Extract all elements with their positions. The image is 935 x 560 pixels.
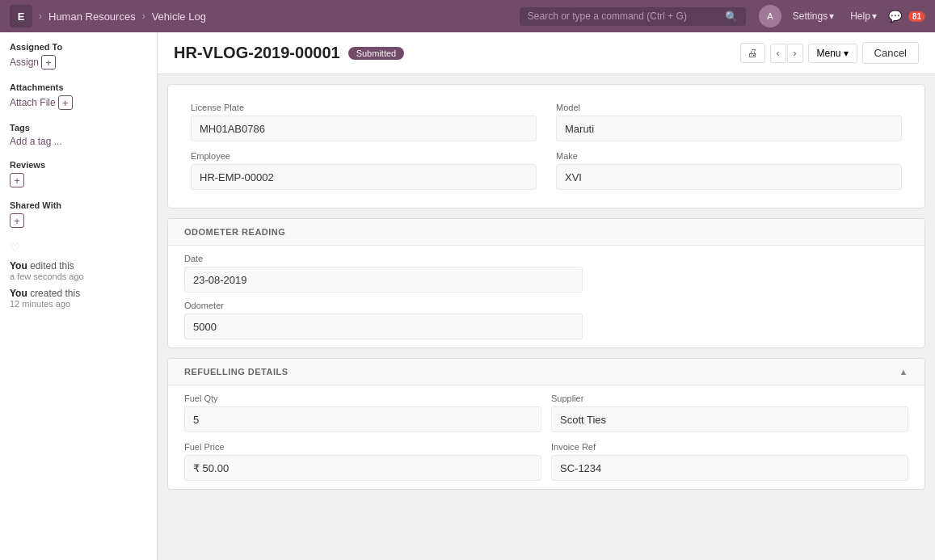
collapse-icon[interactable]: ▲ <box>899 367 908 377</box>
nav-actions: A Settings ▾ Help ▾ 💬 81 <box>759 5 925 27</box>
menu-button[interactable]: Menu ▾ <box>808 44 857 63</box>
date-value: 23-08-2019 <box>184 267 583 293</box>
sidebar-shared-with: Shared With + <box>10 200 147 228</box>
record-title-group: HR-VLOG-2019-00001 Submitted <box>174 44 404 62</box>
license-plate-group: License Plate MH01AB0786 <box>181 98 546 146</box>
search-bar: 🔍 <box>520 7 746 26</box>
odometer-section-header: ODOMETER READING <box>168 219 924 246</box>
main-content: HR-VLOG-2019-00001 Submitted 🖨 ‹ › Menu … <box>158 32 935 560</box>
assigned-to-title: Assigned To <box>10 42 147 52</box>
sidebar-tags: Tags Add a tag ... <box>10 123 147 147</box>
odometer-section-title: ODOMETER READING <box>184 227 285 237</box>
odometer-fields: Date 23-08-2019 Odometer 5000 <box>168 246 924 347</box>
vehicle-info-grid: License Plate MH01AB0786 Model Maruti Em… <box>168 85 924 208</box>
make-value: XVI <box>556 164 902 190</box>
date-label: Date <box>184 254 908 263</box>
fuel-price-group: Fuel Price ₹ 50.00 <box>184 442 541 481</box>
model-group: Model Maruti <box>546 98 912 146</box>
sidebar-assigned-to: Assigned To Assign + <box>10 42 147 69</box>
make-label: Make <box>556 151 902 161</box>
supplier-value: Scott Ties <box>551 406 908 432</box>
fuel-qty-group: Fuel Qty 5 <box>184 394 541 432</box>
invoice-ref-group: Invoice Ref SC-1234 <box>551 442 908 481</box>
add-tag-button[interactable]: Add a tag ... <box>10 136 147 147</box>
record-id: HR-VLOG-2019-00001 <box>174 44 340 62</box>
breadcrumb-vehicle-log[interactable]: Vehicle Log <box>152 11 206 23</box>
help-button[interactable]: Help ▾ <box>845 7 882 25</box>
license-plate-value: MH01AB0786 <box>191 116 537 141</box>
model-value: Maruti <box>556 116 902 141</box>
settings-button[interactable]: Settings ▾ <box>788 7 839 25</box>
tags-title: Tags <box>10 123 147 133</box>
add-review-button[interactable]: + <box>10 173 24 187</box>
breadcrumb-sep-2: › <box>142 11 145 22</box>
activity-time-1: 12 minutes ago <box>10 299 147 309</box>
date-group: Date 23-08-2019 <box>184 254 908 293</box>
activity-item-0: You edited this a few seconds ago <box>10 260 147 281</box>
shared-with-title: Shared With <box>10 200 147 210</box>
activity-section: ♡ You edited this a few seconds ago You … <box>10 241 147 309</box>
breadcrumb-human-resources[interactable]: Human Resources <box>48 11 136 23</box>
record-header: HR-VLOG-2019-00001 Submitted 🖨 ‹ › Menu … <box>158 32 935 74</box>
refuelling-card: REFUELLING DETAILS ▲ Fuel Qty 5 Supplier… <box>167 358 925 490</box>
attach-plus-icon[interactable]: + <box>58 95 73 110</box>
model-label: Model <box>556 103 902 112</box>
activity-actor-1: You <box>10 288 27 299</box>
next-record-button[interactable]: › <box>787 44 803 63</box>
assign-button[interactable]: Assign + <box>10 55 147 69</box>
breadcrumb-sep-1: › <box>39 11 42 22</box>
fuel-qty-value: 5 <box>184 406 541 432</box>
fuel-qty-label: Fuel Qty <box>184 394 541 403</box>
odometer-value: 5000 <box>184 314 583 339</box>
content-wrapper: Assigned To Assign + Attachments Attach … <box>0 32 935 560</box>
employee-group: Employee HR-EMP-00002 <box>181 146 546 195</box>
employee-label: Employee <box>191 151 537 161</box>
notification-badge[interactable]: 81 <box>908 11 925 22</box>
attachments-title: Attachments <box>10 82 147 92</box>
assign-plus-icon[interactable]: + <box>41 55 56 69</box>
record-actions: 🖨 ‹ › Menu ▾ Cancel <box>740 42 920 64</box>
refuelling-section-title: REFUELLING DETAILS <box>184 367 289 377</box>
odometer-group: Odometer 5000 <box>184 301 908 339</box>
search-input[interactable] <box>528 11 720 22</box>
activity-item-1: You created this 12 minutes ago <box>10 288 147 309</box>
sidebar: Assigned To Assign + Attachments Attach … <box>0 32 158 560</box>
invoice-ref-value: SC-1234 <box>551 455 908 481</box>
add-shared-button[interactable]: + <box>10 213 24 228</box>
invoice-ref-label: Invoice Ref <box>551 442 908 452</box>
license-plate-label: License Plate <box>191 103 537 112</box>
sidebar-reviews: Reviews + <box>10 160 147 187</box>
chat-icon[interactable]: 💬 <box>888 10 902 23</box>
search-icon: 🔍 <box>725 11 738 23</box>
app-icon[interactable]: E <box>10 5 32 27</box>
attach-file-button[interactable]: Attach File + <box>10 95 147 110</box>
odometer-card: ODOMETER READING Date 23-08-2019 Odomete… <box>167 218 925 348</box>
supplier-group: Supplier Scott Ties <box>551 394 908 432</box>
sidebar-attachments: Attachments Attach File + <box>10 82 147 110</box>
cancel-button[interactable]: Cancel <box>862 42 919 64</box>
make-group: Make XVI <box>546 146 912 195</box>
refuelling-section-header: REFUELLING DETAILS ▲ <box>168 359 924 385</box>
activity-time-0: a few seconds ago <box>10 272 147 281</box>
fuel-price-value: ₹ 50.00 <box>184 455 541 481</box>
nav-arrows: ‹ › <box>770 44 803 63</box>
odometer-label: Odometer <box>184 301 908 310</box>
prev-record-button[interactable]: ‹ <box>770 44 786 63</box>
refuelling-fields: Fuel Qty 5 Supplier Scott Ties Fuel Pric… <box>168 385 924 489</box>
status-badge: Submitted <box>348 47 405 60</box>
avatar-button[interactable]: A <box>759 5 781 27</box>
heart-icon[interactable]: ♡ <box>10 241 147 254</box>
fuel-price-label: Fuel Price <box>184 442 541 452</box>
print-button[interactable]: 🖨 <box>740 43 765 63</box>
vehicle-info-card: License Plate MH01AB0786 Model Maruti Em… <box>167 84 925 208</box>
top-navigation: E › Human Resources › Vehicle Log 🔍 A Se… <box>0 0 935 32</box>
reviews-title: Reviews <box>10 160 147 170</box>
employee-value: HR-EMP-00002 <box>191 164 537 190</box>
activity-actor-0: You <box>10 260 27 272</box>
supplier-label: Supplier <box>551 394 908 403</box>
